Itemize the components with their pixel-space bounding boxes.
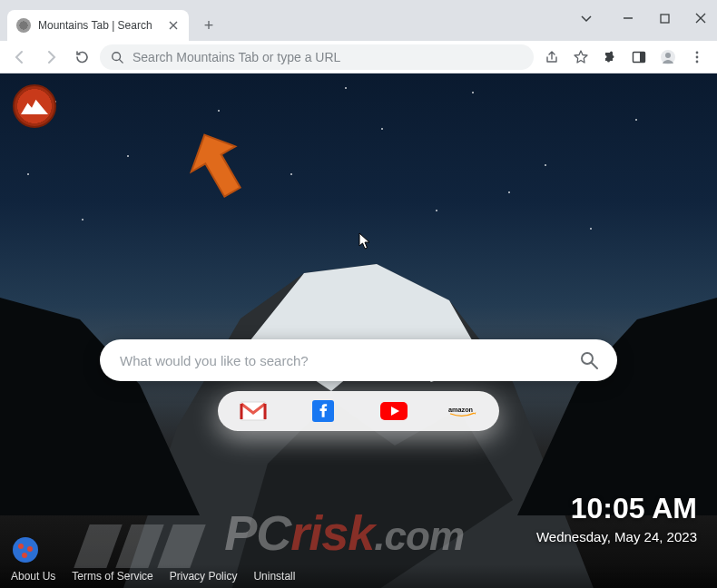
window-close-button[interactable] (692, 9, 710, 27)
close-icon (169, 21, 178, 30)
arrow-right-icon (43, 49, 59, 65)
close-tab-button[interactable] (167, 19, 180, 32)
kebab-icon (690, 50, 704, 64)
amazon-icon: amazon (448, 401, 479, 421)
titlebar: Mountains Tab | Search + (0, 0, 717, 41)
extension-logo[interactable] (13, 84, 56, 128)
watermark-stripes (82, 524, 198, 568)
maximize-button[interactable] (655, 9, 673, 27)
footer-link-uninstall[interactable]: Uninstall (253, 570, 295, 583)
sidepanel-button[interactable] (626, 44, 652, 70)
omnibox-input[interactable] (133, 50, 523, 64)
svg-rect-0 (661, 15, 669, 23)
shortcut-amazon[interactable]: amazon (448, 397, 479, 425)
maximize-icon (660, 14, 670, 24)
tab-favicon (16, 18, 31, 33)
footer-link-privacy[interactable]: Privacy Policy (170, 570, 238, 583)
youtube-icon (379, 401, 408, 421)
window-dropdown-button[interactable] (577, 9, 595, 27)
svg-text:amazon: amazon (448, 406, 473, 414)
page-search-bar[interactable] (100, 339, 617, 381)
footer-link-about[interactable]: About Us (11, 570, 55, 583)
shortcut-facebook[interactable] (308, 397, 339, 425)
svg-point-5 (665, 53, 671, 58)
profile-icon (660, 49, 676, 65)
reload-button[interactable] (69, 44, 94, 70)
svg-rect-3 (640, 52, 645, 62)
footer-link-terms[interactable]: Terms of Service (72, 570, 152, 583)
search-icon (579, 350, 599, 370)
shortcuts-bar: amazon (218, 391, 499, 431)
plus-icon: + (204, 16, 214, 35)
star-icon (574, 50, 588, 64)
puzzle-icon (603, 50, 617, 64)
page-search-input[interactable] (120, 353, 574, 368)
reload-icon (74, 49, 90, 64)
page-search-button[interactable] (574, 345, 604, 376)
tab-title: Mountains Tab | Search (38, 19, 160, 32)
newtab-page: amazon 10:05 AM Wednesday, May 24, 2023 … (0, 74, 717, 588)
clock-widget: 10:05 AM Wednesday, May 24, 2023 (536, 492, 697, 544)
toolbar-right (539, 44, 710, 70)
close-icon (695, 13, 706, 24)
svg-point-9 (582, 353, 593, 364)
menu-button[interactable] (684, 44, 710, 70)
minimize-button[interactable] (619, 9, 637, 27)
clock-date: Wednesday, May 24, 2023 (536, 529, 697, 544)
svg-point-6 (696, 51, 699, 54)
toolbar (0, 41, 717, 74)
new-tab-button[interactable]: + (196, 13, 221, 38)
bookmark-button[interactable] (568, 44, 594, 70)
arrow-left-icon (12, 49, 28, 65)
clock-time: 10:05 AM (536, 492, 697, 525)
back-button[interactable] (7, 44, 33, 70)
facebook-icon (312, 400, 334, 422)
extensions-button[interactable] (597, 44, 623, 70)
profile-button[interactable] (655, 44, 681, 70)
sidepanel-icon (632, 50, 646, 64)
browser-tab-active[interactable]: Mountains Tab | Search (7, 10, 189, 41)
forward-button[interactable] (38, 44, 64, 70)
shortcut-gmail[interactable] (238, 397, 269, 425)
window-controls (577, 0, 710, 36)
footer-badge[interactable] (13, 537, 38, 563)
search-icon (111, 51, 123, 64)
footer: About Us Terms of Service Privacy Policy… (0, 564, 717, 588)
shortcut-youtube[interactable] (378, 397, 409, 425)
omnibox[interactable] (100, 44, 534, 70)
gmail-icon (240, 401, 267, 421)
chevron-down-icon (580, 12, 593, 24)
share-button[interactable] (539, 44, 565, 70)
minimize-icon (623, 13, 634, 24)
svg-point-7 (696, 55, 699, 58)
svg-point-8 (696, 60, 699, 63)
share-icon (545, 50, 559, 64)
